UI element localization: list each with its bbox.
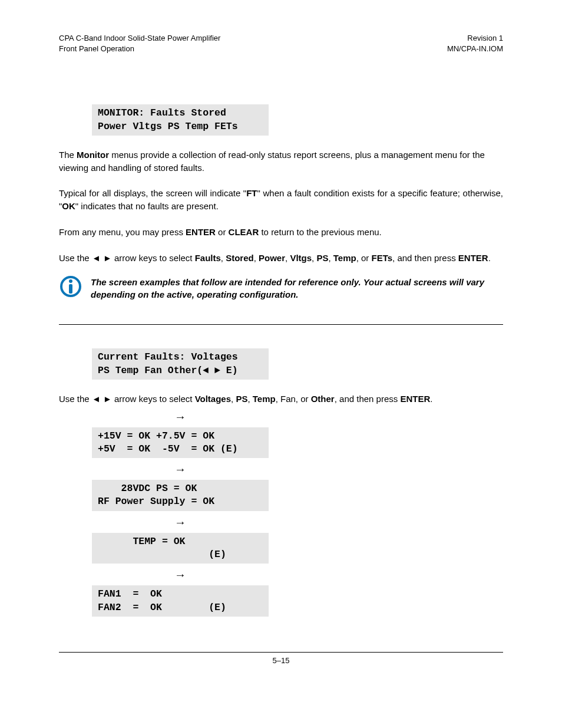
screen5-line2: (E) <box>98 548 263 561</box>
header-left: CPA C-Band Indoor Solid-State Power Ampl… <box>59 33 220 54</box>
paragraph-enter-clear: From any menu, you may press ENTER or CL… <box>59 226 503 239</box>
screen5-line1: TEMP = OK <box>98 535 263 548</box>
page-number: 5–15 <box>273 656 290 665</box>
screen1-line2: Power Vltgs PS Temp FETs <box>98 120 263 133</box>
section-divider <box>59 324 503 325</box>
screen4-line2: RF Power Supply = OK <box>98 495 263 508</box>
screen2-line2: PS Temp Fan Other(◄ ► E) <box>98 364 263 377</box>
screen4-line1: 28VDC PS = OK <box>98 482 263 495</box>
paragraph-ft-ok: Typical for all displays, the screen wil… <box>59 187 503 213</box>
header-right-line1: Revision 1 <box>447 33 503 44</box>
paragraph-monitor-intro: The Monitor menus provide a collection o… <box>59 149 503 174</box>
arrow-right-icon: → <box>92 516 269 529</box>
paragraph-arrow-select: Use the ◄ ► arrow keys to select Faults,… <box>59 252 503 265</box>
fan-screen-block: FAN1 = OKFAN2 = OK (E) <box>92 585 269 617</box>
screen3-line1: +15V = OK +7.5V = OK <box>98 430 263 443</box>
info-note-row: The screen examples that follow are inte… <box>59 275 503 301</box>
paragraph-arrow-select-2: Use the ◄ ► arrow keys to select Voltage… <box>59 393 503 406</box>
screen6-line2: FAN2 = OK (E) <box>98 601 263 614</box>
header-right: Revision 1 MN/CPA-IN.IOM <box>447 33 503 54</box>
arrow-right-icon: → <box>92 463 269 476</box>
screen1-line1: MONITOR: Faults Stored <box>98 107 263 120</box>
current-faults-screen-block: Current Faults: VoltagesPS Temp Fan Othe… <box>92 348 269 380</box>
note-text: The screen examples that follow are inte… <box>91 275 503 301</box>
monitor-screen-block: MONITOR: Faults StoredPower Vltgs PS Tem… <box>92 104 269 136</box>
header-right-line2: MN/CPA-IN.IOM <box>447 44 503 54</box>
temp-screen-block: TEMP = OK (E) <box>92 533 269 564</box>
info-icon <box>59 275 82 298</box>
svg-rect-2 <box>69 284 72 294</box>
screen6-line1: FAN1 = OK <box>98 588 263 601</box>
screen3-line2: +5V = OK -5V = OK (E) <box>98 443 263 456</box>
svg-point-1 <box>69 279 72 283</box>
page-header: CPA C-Band Indoor Solid-State Power Ampl… <box>59 33 503 54</box>
header-left-line1: CPA C-Band Indoor Solid-State Power Ampl… <box>59 33 220 44</box>
arrow-right-icon: → <box>92 410 269 424</box>
header-left-line2: Front Panel Operation <box>59 44 220 54</box>
voltages-screen-block: +15V = OK +7.5V = OK+5V = OK -5V = OK (E… <box>92 427 269 459</box>
ps-screen-block: 28VDC PS = OKRF Power Supply = OK <box>92 480 269 511</box>
left-right-arrow-icon: ◄ ► <box>92 394 112 404</box>
screen2-line1: Current Faults: Voltages <box>98 351 263 364</box>
arrow-right-icon: → <box>92 568 269 582</box>
left-right-arrow-icon: ◄ ► <box>92 253 112 263</box>
page-footer: 5–15 <box>59 652 503 665</box>
